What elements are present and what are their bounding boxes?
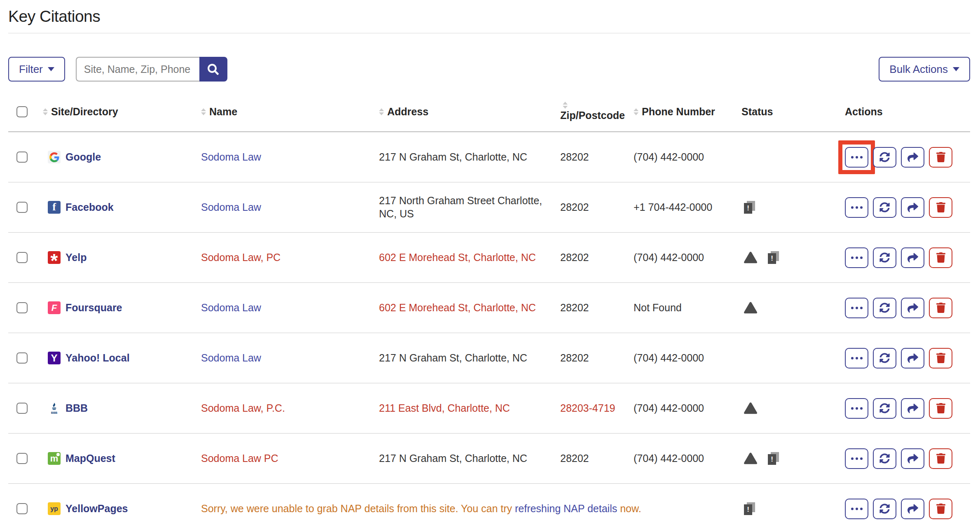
delete-citation-button[interactable] <box>929 247 952 268</box>
row-checkbox[interactable] <box>16 252 28 263</box>
delete-citation-button[interactable] <box>929 147 952 168</box>
refresh-icon <box>879 453 890 464</box>
phone-cell: (704) 442-0000 <box>634 352 741 364</box>
share-citation-button[interactable] <box>901 247 924 268</box>
row-checkbox[interactable] <box>16 302 28 313</box>
more-options-button[interactable] <box>845 247 868 268</box>
header-zip-postcode[interactable]: Zip/Postcode <box>560 102 634 121</box>
site-link[interactable]: Foursquare <box>65 301 122 314</box>
row-checkbox[interactable] <box>16 202 28 213</box>
more-options-highlight-box <box>845 197 868 218</box>
delete-citation-button[interactable] <box>929 348 952 368</box>
site-cell: m MapQuest <box>37 452 201 465</box>
site-link[interactable]: Facebook <box>65 201 114 214</box>
refresh-citation-button[interactable] <box>873 348 896 368</box>
search-input[interactable] <box>76 57 199 82</box>
header-address[interactable]: Address <box>379 106 560 118</box>
google-icon <box>48 151 61 163</box>
duplicate-listing-icon: ! <box>768 452 779 465</box>
row-checkbox[interactable] <box>16 152 28 163</box>
trash-icon <box>936 504 945 514</box>
more-options-button[interactable] <box>845 197 868 218</box>
status-cell <box>741 302 840 314</box>
delete-citation-button[interactable] <box>929 448 952 469</box>
more-options-icon <box>851 357 863 359</box>
chevron-down-icon <box>953 67 959 71</box>
nap-error-message: Sorry, we were unable to grab NAP detail… <box>201 502 741 515</box>
share-citation-button[interactable] <box>901 298 924 318</box>
search-group <box>76 57 227 82</box>
status-cell: ! <box>741 502 840 515</box>
search-button[interactable] <box>199 57 227 82</box>
table-row: Google Sodoma Law 217 N Graham St, Charl… <box>8 132 970 182</box>
site-link[interactable]: Google <box>65 151 101 163</box>
refresh-citation-button[interactable] <box>873 298 896 318</box>
share-icon <box>907 202 918 213</box>
header-phone-number[interactable]: Phone Number <box>634 106 741 118</box>
filter-button[interactable]: Filter <box>8 57 65 82</box>
header-name[interactable]: Name <box>201 106 379 118</box>
delete-citation-button[interactable] <box>929 398 952 419</box>
phone-cell: (704) 442-0000 <box>634 402 741 415</box>
refresh-citation-button[interactable] <box>873 247 896 268</box>
share-citation-button[interactable] <box>901 448 924 469</box>
site-link[interactable]: YellowPages <box>65 502 128 515</box>
refresh-citation-button[interactable] <box>873 197 896 218</box>
site-link[interactable]: MapQuest <box>65 452 115 465</box>
phone-cell: (704) 442-0000 <box>634 452 741 465</box>
share-citation-button[interactable] <box>901 499 924 519</box>
more-options-button[interactable] <box>845 147 868 168</box>
site-link[interactable]: BBB <box>65 402 88 415</box>
refresh-citation-button[interactable] <box>873 147 896 168</box>
share-icon <box>907 152 918 163</box>
header-site-directory[interactable]: Site/Directory <box>37 106 201 118</box>
share-citation-button[interactable] <box>901 398 924 419</box>
select-all-checkbox[interactable] <box>16 106 28 117</box>
more-options-button[interactable] <box>845 448 868 469</box>
filter-button-label: Filter <box>19 63 43 76</box>
row-checkbox[interactable] <box>16 503 28 514</box>
share-citation-button[interactable] <box>901 197 924 218</box>
status-cell: ! <box>741 452 840 465</box>
more-options-highlight-box <box>845 499 868 519</box>
sort-icon <box>201 108 206 115</box>
yellowpages-icon: yp <box>48 502 61 515</box>
refresh-icon <box>879 202 890 212</box>
refresh-nap-details-link[interactable]: refreshing NAP details <box>515 503 617 514</box>
more-options-button[interactable] <box>845 348 868 368</box>
delete-citation-button[interactable] <box>929 499 952 519</box>
share-icon <box>907 252 918 263</box>
row-checkbox[interactable] <box>16 352 28 364</box>
share-citation-button[interactable] <box>901 147 924 168</box>
table-row: F Foursquare Sodoma Law 602 E Morehead S… <box>8 283 970 333</box>
chevron-down-icon <box>48 67 54 71</box>
sort-icon <box>379 108 384 115</box>
phone-cell: +1 704-442-0000 <box>634 201 741 214</box>
delete-citation-button[interactable] <box>929 197 952 218</box>
trash-icon <box>936 152 945 162</box>
name-cell: Sodoma Law <box>201 301 379 314</box>
site-link[interactable]: Yahoo! Local <box>65 352 130 364</box>
svg-text:BBB: BBB <box>51 411 58 415</box>
more-options-button[interactable] <box>845 398 868 419</box>
facebook-icon: f <box>48 201 61 214</box>
actions-cell <box>840 398 970 419</box>
delete-citation-button[interactable] <box>929 298 952 318</box>
more-options-button[interactable] <box>845 298 868 318</box>
refresh-citation-button[interactable] <box>873 448 896 469</box>
header-actions: Actions <box>840 106 970 118</box>
bulk-actions-button[interactable]: Bulk Actions <box>879 57 970 82</box>
share-citation-button[interactable] <box>901 348 924 368</box>
more-options-icon <box>851 508 863 510</box>
refresh-citation-button[interactable] <box>873 499 896 519</box>
row-checkbox[interactable] <box>16 453 28 464</box>
phone-cell: (704) 442-0000 <box>634 151 741 163</box>
more-options-button[interactable] <box>845 499 868 519</box>
actions-cell <box>840 348 970 368</box>
trash-icon <box>936 252 945 263</box>
refresh-citation-button[interactable] <box>873 398 896 419</box>
toolbar: Filter Bulk Actions <box>8 56 970 82</box>
row-checkbox[interactable] <box>16 403 28 414</box>
site-link[interactable]: Yelp <box>65 251 87 264</box>
mapquest-icon: m <box>48 452 61 465</box>
